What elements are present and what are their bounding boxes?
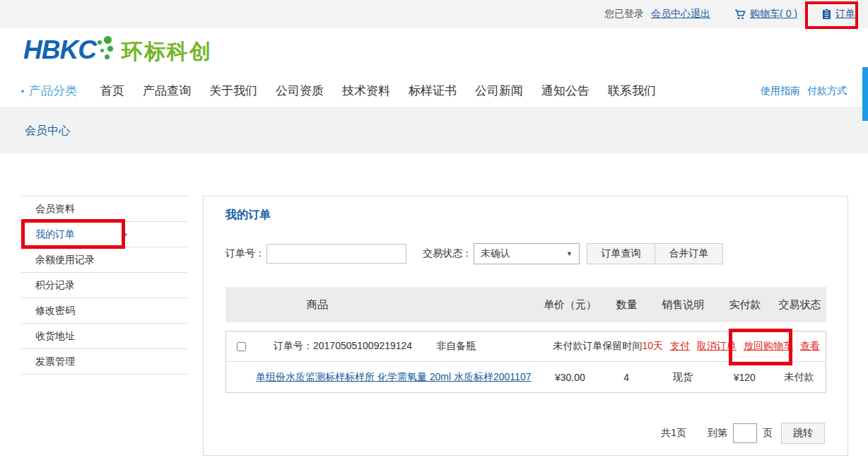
- nav-item-product-search[interactable]: 产品查询: [143, 83, 191, 99]
- product-link[interactable]: 单组份水质监测标样标样所 化学需氧量 20ml 水质标样2001107: [256, 371, 531, 382]
- retain-days: 10天: [642, 340, 663, 351]
- header: HBKC 环标科创: [0, 28, 868, 74]
- main-nav: 产品分类 首页 产品查询 关于我们 公司资质 技术资料 标样证书 公司新闻 通知…: [0, 74, 868, 107]
- merge-orders-button[interactable]: 合并订单: [655, 243, 723, 264]
- sidebar-item-change-password[interactable]: 修改密码: [21, 298, 187, 324]
- trade-status-value: 未付款: [773, 371, 826, 384]
- sidebar-item-label: 我的订单: [35, 228, 75, 241]
- col-header-unit-price: 单价（元）: [536, 298, 604, 312]
- sidebar-item-label: 会员资料: [35, 203, 75, 216]
- order-query-button[interactable]: 订单查询: [587, 243, 655, 264]
- unit-price-value: ¥30.00: [536, 372, 604, 383]
- order-link[interactable]: 订单: [821, 8, 855, 20]
- order-row: 订单号：201705051009219124 非自备瓶 未付款订单保留时间10天…: [225, 331, 826, 393]
- col-header-goods: 商品: [225, 298, 409, 312]
- page: 您已登录 会员中心退出 购物车( 0 ) 订单 HBKC 环标科创: [0, 0, 868, 458]
- cart-icon: [734, 8, 746, 20]
- cart-link-label: 购物车( 0 ): [750, 8, 797, 20]
- sidebar-item-my-orders[interactable]: 我的订单 >: [21, 222, 187, 247]
- col-header-paid: 实付款: [717, 298, 773, 312]
- cart-link[interactable]: 购物车( 0 ): [734, 8, 797, 20]
- logged-in-text: 您已登录: [604, 8, 644, 20]
- nav-item-technical-materials[interactable]: 技术资料: [342, 83, 390, 99]
- nav-payment-methods[interactable]: 付款方式: [807, 85, 847, 98]
- nav-item-announcements[interactable]: 通知公告: [541, 83, 590, 99]
- logo-name: 环标科创: [122, 37, 212, 66]
- nav-item-company-qualification[interactable]: 公司资质: [276, 83, 324, 99]
- sidebar-item-points-history[interactable]: 积分记录: [21, 273, 187, 298]
- sidebar-item-shipping-address[interactable]: 收货地址: [21, 324, 187, 349]
- nav-item-about-us[interactable]: 关于我们: [209, 83, 257, 99]
- table-header: 商品 单价（元） 数量 销售说明 实付款 交易状态: [225, 287, 826, 322]
- trade-status-selected-value: 未确认: [481, 247, 510, 260]
- goto-page-input[interactable]: [733, 423, 757, 443]
- trade-status-select[interactable]: 未确认 ▼: [474, 243, 580, 264]
- sidebar-item-label: 收货地址: [35, 330, 75, 343]
- breadcrumb-band: 会员中心: [0, 107, 868, 153]
- logo-molecule-icon: [96, 35, 117, 66]
- nav-item-contact-us[interactable]: 联系我们: [608, 83, 656, 99]
- bullet-icon: [21, 90, 24, 93]
- bottle-note: 非自备瓶: [436, 340, 476, 353]
- quantity-value: 4: [604, 372, 650, 383]
- goto-page-prefix: 到第: [708, 427, 727, 440]
- paid-value: ¥120: [716, 372, 773, 383]
- sidebar-item-label: 积分记录: [35, 279, 75, 292]
- breadcrumb: 会员中心: [25, 124, 70, 139]
- nav-product-category-label: 产品分类: [29, 83, 77, 99]
- order-filter-bar: 订单号： 交易状态： 未确认 ▼ 订单查询 合并订单: [225, 243, 723, 264]
- sidebar-item-label: 发票管理: [35, 356, 75, 368]
- goto-page-suffix: 页: [763, 427, 773, 440]
- order-link-label: 订单: [835, 8, 855, 20]
- order-number-text: 订单号：201705051009219124: [274, 340, 412, 353]
- return-to-cart-link[interactable]: 放回购物车: [744, 340, 793, 353]
- pagination: 共1页 到第 页 跳转: [661, 423, 825, 444]
- pay-link[interactable]: 支付: [670, 340, 690, 353]
- member-center-exit-link[interactable]: 会员中心退出: [651, 8, 710, 20]
- order-summary-row: 订单号：201705051009219124 非自备瓶 未付款订单保留时间10天…: [226, 331, 826, 362]
- floating-sidebar-handle: [862, 67, 868, 121]
- sidebar-item-invoice-management[interactable]: 发票管理: [21, 349, 187, 375]
- cancel-order-link[interactable]: 取消订单: [697, 340, 737, 353]
- nav-items: 首页 产品查询 关于我们 公司资质 技术资料 标样证书 公司新闻 通知公告 联系…: [100, 83, 656, 99]
- logo[interactable]: HBKC 环标科创: [23, 35, 212, 66]
- sidebar-item-label: 修改密码: [35, 305, 75, 317]
- sidebar-item-balance-history[interactable]: 余额使用记录: [21, 247, 187, 273]
- nav-user-guide[interactable]: 使用指南: [761, 85, 800, 98]
- col-header-trade-status: 交易状态: [773, 298, 826, 312]
- logo-abbr: HBKC: [23, 35, 96, 66]
- order-product-row: 单组份水质监测标样标样所 化学需氧量 20ml 水质标样2001107 ¥30.…: [226, 362, 826, 392]
- order-no-label: 订单号：: [225, 247, 265, 260]
- page-title: 我的订单: [225, 208, 271, 223]
- order-icon: [821, 8, 832, 20]
- chevron-right-icon: >: [122, 229, 127, 240]
- jump-button[interactable]: 跳转: [781, 423, 825, 444]
- retain-time-text: 未付款订单保留时间10天: [553, 340, 663, 353]
- sidebar-item-member-profile[interactable]: 会员资料: [21, 196, 187, 222]
- total-pages-text: 共1页: [661, 427, 686, 440]
- product-cell: 单组份水质监测标样标样所 化学需氧量 20ml 水质标样2001107: [226, 371, 536, 384]
- order-actions: 未付款订单保留时间10天 支付 取消订单 放回购物车 查看: [553, 340, 820, 353]
- caret-down-icon: ▼: [566, 250, 573, 257]
- nav-item-company-news[interactable]: 公司新闻: [475, 83, 523, 99]
- trade-status-label: 交易状态：: [423, 247, 472, 260]
- sale-note-value: 现货: [650, 371, 717, 384]
- nav-item-sample-certificates[interactable]: 标样证书: [409, 83, 457, 99]
- sidebar-item-label: 余额使用记录: [35, 254, 95, 266]
- nav-item-home[interactable]: 首页: [100, 83, 124, 99]
- view-link[interactable]: 查看: [800, 340, 820, 353]
- order-no-input[interactable]: [266, 244, 406, 264]
- main-content: 我的订单 订单号： 交易状态： 未确认 ▼ 订单查询 合并订单 商品 单价（元）…: [203, 196, 848, 456]
- nav-right-links: 使用指南 付款方式: [761, 85, 847, 98]
- sidebar: 会员资料 我的订单 > 余额使用记录 积分记录 修改密码 收货地址 发票管理: [21, 196, 187, 375]
- topbar: 您已登录 会员中心退出 购物车( 0 ) 订单: [0, 0, 868, 28]
- col-header-quantity: 数量: [604, 298, 650, 312]
- nav-product-category[interactable]: 产品分类: [21, 83, 77, 99]
- order-checkbox[interactable]: [237, 342, 246, 351]
- col-header-sale-note: 销售说明: [650, 298, 717, 312]
